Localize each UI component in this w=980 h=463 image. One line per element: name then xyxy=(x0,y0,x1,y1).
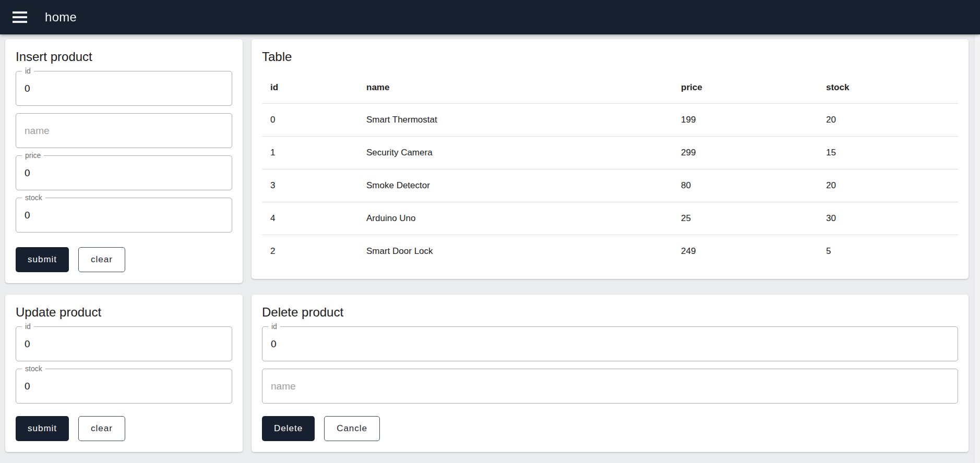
table-cell-price: 199 xyxy=(673,104,818,137)
insert-stock-field: stock xyxy=(16,198,232,233)
update-stock-input[interactable] xyxy=(25,381,223,392)
table-cell-price: 25 xyxy=(673,202,818,235)
insert-price-field: price xyxy=(16,155,232,190)
table-cell-name: Smart Thermostat xyxy=(358,104,673,137)
table-cell-id: 4 xyxy=(262,202,358,235)
insert-price-label: price xyxy=(22,151,44,160)
table-cell-name: Security Camera xyxy=(358,137,673,169)
update-id-input[interactable] xyxy=(25,338,223,350)
table-header-row: id name price stock xyxy=(262,71,958,104)
insert-id-field: id xyxy=(16,71,232,106)
delete-card-title: Delete product xyxy=(262,304,958,320)
update-id-field: id xyxy=(16,326,232,361)
insert-name-input[interactable] xyxy=(25,125,223,137)
table-header-stock: stock xyxy=(818,71,958,104)
table-cell-stock: 20 xyxy=(818,104,958,137)
insert-id-label: id xyxy=(22,67,34,76)
table-cell-price: 299 xyxy=(673,137,818,169)
insert-clear-button[interactable]: clear xyxy=(78,247,125,272)
delete-id-input[interactable] xyxy=(271,338,949,350)
update-submit-button[interactable]: submit xyxy=(16,416,69,441)
table-cell-name: Smoke Detector xyxy=(358,169,673,202)
table-row: 4Arduino Uno2530 xyxy=(262,202,958,235)
insert-price-input[interactable] xyxy=(25,167,223,179)
insert-submit-button[interactable]: submit xyxy=(16,247,69,272)
update-stock-label: stock xyxy=(22,364,45,373)
update-card-title: Update product xyxy=(16,304,232,320)
delete-button[interactable]: Delete xyxy=(262,416,315,441)
page-scrollbar[interactable] xyxy=(974,34,980,463)
insert-product-card: Insert product id price stock submit cle… xyxy=(5,39,243,283)
table-card-title: Table xyxy=(262,49,958,64)
insert-id-input[interactable] xyxy=(25,83,223,94)
delete-name-input[interactable] xyxy=(271,381,949,392)
insert-button-row: submit clear xyxy=(16,247,232,272)
table-cell-stock: 5 xyxy=(818,235,958,269)
table-cell-price: 249 xyxy=(673,235,818,269)
table-cell-id: 3 xyxy=(262,169,358,202)
products-table: id name price stock 0Smart Thermostat199… xyxy=(262,71,958,268)
table-row: 1Security Camera29915 xyxy=(262,137,958,169)
table-cell-stock: 30 xyxy=(818,202,958,235)
table-row: 0Smart Thermostat19920 xyxy=(262,104,958,137)
update-stock-field: stock xyxy=(16,369,232,404)
delete-id-field: id xyxy=(262,326,958,361)
table-cell-id: 0 xyxy=(262,104,358,137)
table-cell-name: Arduino Uno xyxy=(358,202,673,235)
hamburger-menu-icon[interactable] xyxy=(13,11,28,23)
table-cell-stock: 20 xyxy=(818,169,958,202)
table-cell-stock: 15 xyxy=(818,137,958,169)
app-bar: home xyxy=(0,0,980,34)
insert-stock-label: stock xyxy=(22,193,45,202)
table-cell-id: 1 xyxy=(262,137,358,169)
update-clear-button[interactable]: clear xyxy=(78,416,125,441)
cancel-button[interactable]: Cancle xyxy=(324,416,380,441)
table-header-name: name xyxy=(358,71,673,104)
table-header-price: price xyxy=(673,71,818,104)
delete-id-label: id xyxy=(268,322,280,331)
table-cell-price: 80 xyxy=(673,169,818,202)
delete-name-field xyxy=(262,369,958,404)
table-card: Table id name price stock 0Smart Thermos… xyxy=(252,39,969,279)
update-product-card: Update product id stock submit clear xyxy=(5,295,243,452)
update-button-row: submit clear xyxy=(16,416,232,441)
table-row: 2Smart Door Lock2495 xyxy=(262,235,958,269)
table-cell-id: 2 xyxy=(262,235,358,269)
table-body: 0Smart Thermostat199201Security Camera29… xyxy=(262,104,958,269)
update-id-label: id xyxy=(22,322,34,331)
table-cell-name: Smart Door Lock xyxy=(358,235,673,269)
delete-product-card: Delete product id Delete Cancle xyxy=(252,295,969,452)
main-content: Insert product id price stock submit cle… xyxy=(0,34,980,457)
insert-stock-input[interactable] xyxy=(25,210,223,221)
insert-name-field xyxy=(16,113,232,148)
table-row: 3Smoke Detector8020 xyxy=(262,169,958,202)
delete-button-row: Delete Cancle xyxy=(262,416,958,441)
table-header-id: id xyxy=(262,71,358,104)
page-title: home xyxy=(45,10,77,25)
insert-card-title: Insert product xyxy=(16,49,232,64)
